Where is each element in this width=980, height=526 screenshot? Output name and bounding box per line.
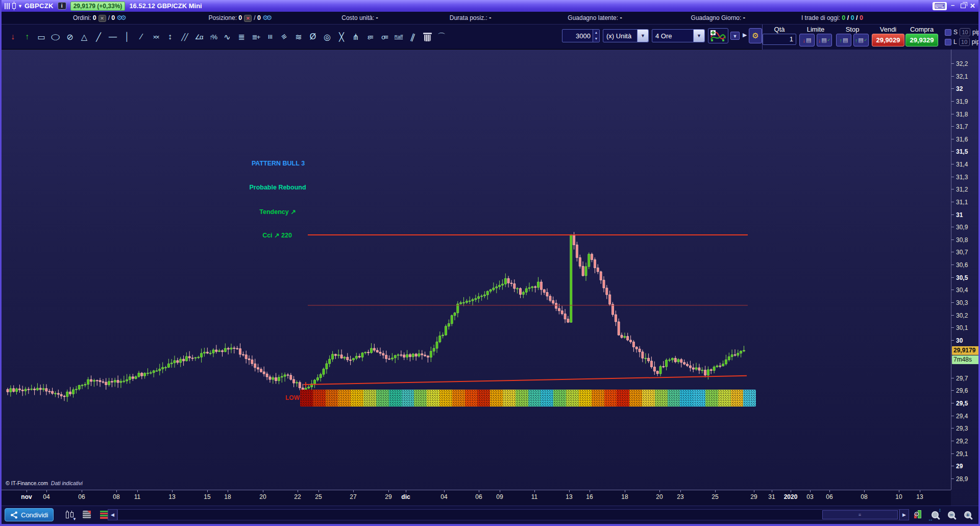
percent-change-tool[interactable]: ↑% [206,27,220,46]
angle-tool[interactable]: ∠α [191,27,206,46]
crossed-segments-tool[interactable]: ×× [149,27,163,46]
spinner-arrows-icon[interactable]: ▲▼ [593,30,599,42]
share-button[interactable]: Condividi [5,508,54,521]
pip-label: pip [972,38,980,45]
qty-input[interactable]: 1 [763,34,796,45]
limit-pips-input[interactable]: 10 [959,38,970,46]
segment-tool[interactable]: ∕ [134,27,149,46]
rotated-ellipse-tool[interactable]: Ø [306,27,320,46]
fibonacci-retracement-icon: ≣ [238,32,244,42]
sell-button[interactable]: 29,9029 [872,34,904,46]
price-tick-label: 30,7 [951,249,968,256]
time-scrollbar[interactable]: ◀ ≡ ▶ [108,509,909,520]
time-axis[interactable]: nov040608111315182022252729dic0406091113… [2,490,951,506]
limit-checkbox[interactable] [945,39,951,45]
price-tick-label: 30,8 [951,236,968,244]
minimize-button[interactable]: – [951,3,957,9]
symbol-dropdown-icon[interactable]: ▼ [18,4,22,9]
date-tick-mark [406,490,406,492]
sell-arrow-tool[interactable]: ↓ [6,27,20,46]
buy-header: Compra [910,25,934,34]
expand-panel-icon[interactable]: ▶ [743,32,747,38]
crossed-trend-lines-tool[interactable]: ╳ [334,27,349,46]
arc-tool[interactable]: ⌒ [434,27,449,46]
position-settings-icon[interactable]: ⚙⚙ [262,14,270,21]
date-tick-mark [772,490,772,492]
candle-countdown-badge: 7m48s [952,355,980,364]
up-wicks [11,234,744,402]
scrollbar-thumb[interactable]: ≡ [822,510,898,519]
support-trend-line[interactable] [304,376,747,385]
zigzag-tool[interactable]: ∿ [220,27,234,46]
percent-change-icon: ↑% [209,33,216,41]
fibonacci-expansion-tool[interactable]: ≣+ [249,27,263,46]
cancel-orders-icon[interactable]: ✕ [99,15,106,22]
sell-stop-order-button[interactable]: ↑▤ [836,34,851,46]
restore-button[interactable] [961,4,966,8]
zoom-area-button[interactable]: ↕↔ [927,508,943,522]
indicator-dropdown-icon[interactable]: ▼ [730,32,740,40]
buy-arrow-tool[interactable]: ↑ [20,27,34,46]
indicator-icon [710,30,726,42]
sell-header: Vendi [880,25,897,34]
ellipse-tool[interactable]: ◯ [48,27,63,46]
sigma-channel-tool[interactable]: σ≡ [377,27,391,46]
date-tick-mark [388,490,389,492]
instrument-info-button[interactable]: i [58,2,66,10]
time-zones-icon: ≡ [265,34,275,39]
add-indicator-button[interactable] [708,28,728,43]
chart-settings-button[interactable]: ⚙ [749,28,762,43]
line-handle-icon[interactable] [303,382,308,387]
spiral-tool[interactable]: ◎ [320,27,334,46]
zoom-out-button[interactable]: − [944,508,959,522]
triangle-tool[interactable]: △ [77,27,91,46]
fibonacci-retracement-tool[interactable]: ≣ [234,27,249,46]
rectangle-tool[interactable]: ▭ [34,27,48,46]
chart-layout-button[interactable] [79,508,94,522]
scrollbar-track[interactable]: ≡ [117,509,899,520]
epsilon-channel-tool[interactable]: ε≡ [363,27,377,46]
fan-lines-tool[interactable]: ╱╱ [177,27,191,46]
date-tick-mark [829,490,830,492]
price-tick-label: 31,8 [951,111,968,118]
keyboard-icon[interactable]: ⌨ [933,2,947,10]
stop-checkbox[interactable] [945,29,951,36]
close-button[interactable]: ✕ [970,3,975,9]
orders-settings-icon[interactable]: ⚙⚙ [116,14,124,21]
vertical-line-tool[interactable]: │ [120,27,134,46]
raff-channel-tool[interactable]: Raff [391,27,406,46]
scroll-left-icon[interactable]: ◀ [108,509,117,520]
gann-fan-tool[interactable]: ≡ [277,27,291,46]
trend-line-tool[interactable]: ╱ [91,27,106,46]
title-bar: ▼ GBPCZK i 29,9179 (+0,33%) 16.52.12 GBP… [2,0,978,12]
chart-style-button[interactable]: ▼ [62,508,77,522]
crossed-ellipse-tool[interactable]: ⊘ [63,27,77,46]
buy-button[interactable]: 29,9329 [905,34,938,46]
zoom-in-button[interactable]: + [960,508,975,522]
date-tick-mark [899,490,899,492]
unit-select[interactable]: (x) Unità ▼ [603,29,649,42]
parallel-channel-tool[interactable]: ∥ [406,27,420,46]
stop-label: Stop [846,25,860,34]
chart-area[interactable]: PATTERN BULL 3Probable ReboundTendency ↗… [2,50,978,506]
date-tick-mark [659,490,660,492]
crossed-segments-icon: ×× [153,33,158,41]
chart-options-button[interactable]: ⚙ [910,508,925,522]
sell-limit-order-button[interactable]: ↓▤ [799,34,815,46]
scroll-right-icon[interactable]: ▶ [899,509,909,520]
date-tick-mark [116,490,117,492]
date-tick-label: 27 [350,493,356,500]
price-axis[interactable]: 32,232,13231,931,831,731,631,531,431,331… [951,50,980,490]
bar-count-spinner[interactable]: 3000 ▲▼ [562,29,600,42]
close-position-icon[interactable]: ✕ [244,15,252,22]
speed-lines-tool[interactable]: ≋ [291,27,306,46]
timeframe-select[interactable]: 4 Ore ▼ [652,29,705,42]
trash-tool[interactable] [420,27,434,46]
buy-limit-order-button[interactable]: ↓▤✓ [817,34,832,46]
horizontal-line-tool[interactable]: ― [106,27,120,46]
stop-pips-input[interactable]: 10 [960,28,970,36]
pitchfork-tool[interactable]: ⋔ [349,27,363,46]
buy-stop-order-button[interactable]: ↑▤✓ [853,34,869,46]
time-zones-tool[interactable]: ≡ [263,27,277,46]
price-range-tool[interactable]: ↕ [163,27,177,46]
